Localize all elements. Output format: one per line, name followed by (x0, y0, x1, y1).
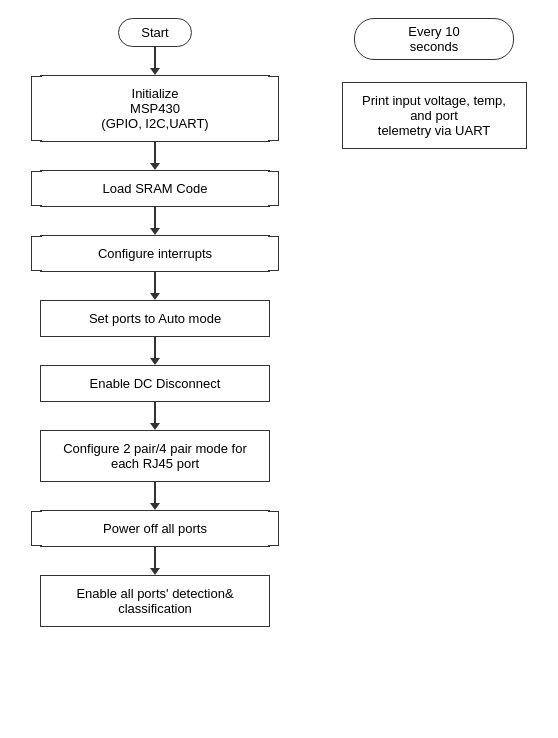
start-node: Start (118, 18, 191, 47)
right-column: Every 10 seconds Print input voltage, te… (310, 0, 558, 738)
pair-mode-label: Configure 2 pair/4 pair mode for each RJ… (63, 441, 247, 471)
init-box: Initialize MSP430 (GPIO, I2C,UART) (40, 75, 270, 142)
arrow-2 (150, 142, 160, 170)
flowchart-container: Start Initialize MSP430 (GPIO, I2C,UART)… (0, 0, 558, 738)
detection-box: Enable all ports' detection& classificat… (40, 575, 270, 627)
sram-box: Load SRAM Code (40, 170, 270, 207)
ports-auto-box: Set ports to Auto mode (40, 300, 270, 337)
arrow-7 (150, 482, 160, 510)
arrow-5 (150, 337, 160, 365)
power-off-label: Power off all ports (103, 521, 207, 536)
action-box: Print input voltage, temp, and port tele… (342, 82, 527, 149)
sram-label: Load SRAM Code (103, 181, 208, 196)
detection-label: Enable all ports' detection& classificat… (76, 586, 233, 616)
timer-label: Every 10 seconds (408, 24, 459, 54)
init-label: Initialize MSP430 (GPIO, I2C,UART) (101, 86, 208, 131)
arrow-1 (150, 47, 160, 75)
arrow-8 (150, 547, 160, 575)
ports-auto-label: Set ports to Auto mode (89, 311, 221, 326)
action-label: Print input voltage, temp, and port tele… (362, 93, 506, 138)
power-off-box: Power off all ports (40, 510, 270, 547)
timer-node: Every 10 seconds (354, 18, 514, 60)
dc-disconnect-box: Enable DC Disconnect (40, 365, 270, 402)
dc-disconnect-label: Enable DC Disconnect (90, 376, 221, 391)
arrow-3 (150, 207, 160, 235)
left-column: Start Initialize MSP430 (GPIO, I2C,UART)… (0, 0, 310, 738)
interrupts-label: Configure interrupts (98, 246, 212, 261)
arrow-6 (150, 402, 160, 430)
start-label: Start (141, 25, 168, 40)
interrupts-box: Configure interrupts (40, 235, 270, 272)
arrow-4 (150, 272, 160, 300)
pair-mode-box: Configure 2 pair/4 pair mode for each RJ… (40, 430, 270, 482)
